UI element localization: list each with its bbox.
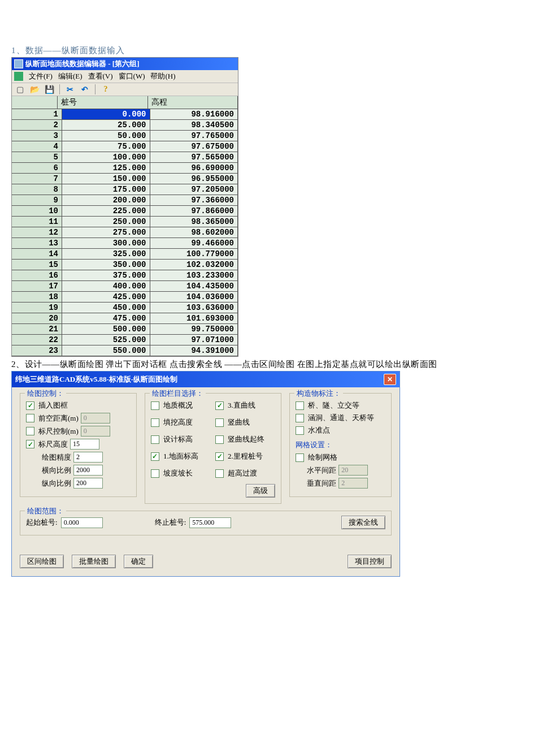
cell-elev[interactable]: 98.365000	[150, 217, 238, 227]
input-hspace[interactable]	[338, 465, 368, 476]
cb-draw-grid[interactable]	[296, 453, 304, 462]
cell-stake[interactable]: 150.000	[62, 174, 150, 184]
cell-stake[interactable]: 525.000	[62, 335, 150, 345]
project-control-button[interactable]: 项目控制	[348, 555, 392, 568]
row-number[interactable]: 13	[12, 238, 62, 248]
cb-slope[interactable]	[151, 469, 159, 478]
interval-draw-button[interactable]: 区间绘图	[20, 555, 64, 568]
row-number[interactable]: 17	[12, 281, 62, 291]
cell-elev[interactable]: 96.690000	[150, 163, 238, 173]
cb-curve3[interactable]	[215, 401, 224, 410]
cell-stake[interactable]: 50.000	[62, 131, 150, 141]
new-icon[interactable]: ▢	[14, 84, 25, 94]
cb-mile2[interactable]	[215, 452, 224, 461]
cell-elev[interactable]: 98.602000	[150, 227, 238, 237]
cb-vcurve[interactable]	[215, 418, 224, 427]
cell-stake[interactable]: 500.000	[62, 324, 150, 334]
cb-fill[interactable]	[151, 418, 159, 427]
cell-stake[interactable]: 25.000	[62, 120, 150, 130]
row-number[interactable]: 7	[12, 174, 62, 184]
cell-elev[interactable]: 103.636000	[150, 303, 238, 313]
cell-stake[interactable]: 100.000	[62, 152, 150, 162]
row-number[interactable]: 10	[12, 206, 62, 216]
cb-super[interactable]	[215, 469, 224, 478]
menu-help[interactable]: 帮助(H)	[150, 71, 175, 81]
cb-ground1[interactable]	[151, 452, 159, 461]
row-number[interactable]: 8	[12, 184, 62, 195]
cell-stake[interactable]: 300.000	[62, 238, 150, 248]
col-stake[interactable]: 桩号	[58, 96, 148, 109]
cell-elev[interactable]: 97.565000	[150, 152, 238, 162]
cell-stake[interactable]: 475.000	[62, 313, 150, 323]
cell-stake[interactable]: 0.000	[62, 109, 150, 119]
cell-stake[interactable]: 225.000	[62, 206, 150, 216]
cell-elev[interactable]: 94.391000	[150, 345, 238, 356]
cell-elev[interactable]: 99.466000	[150, 238, 238, 248]
cb-bridge[interactable]	[296, 401, 304, 410]
menu-window[interactable]: 窗口(W)	[119, 71, 145, 81]
cb-ruler-ctrl[interactable]	[26, 427, 34, 435]
row-number[interactable]: 1	[12, 109, 62, 119]
cb-vcurve-se[interactable]	[215, 435, 224, 444]
cb-design[interactable]	[151, 435, 159, 444]
cell-stake[interactable]: 350.000	[62, 260, 150, 270]
cell-stake[interactable]: 375.000	[62, 270, 150, 280]
cb-geo[interactable]	[151, 401, 159, 410]
cell-stake[interactable]: 275.000	[62, 227, 150, 237]
row-number[interactable]: 18	[12, 292, 62, 302]
input-front-space[interactable]	[81, 413, 110, 424]
close-icon[interactable]: ✕	[384, 374, 396, 385]
cell-stake[interactable]: 325.000	[62, 249, 150, 259]
cell-elev[interactable]: 103.233000	[150, 270, 238, 280]
menu-view[interactable]: 查看(V)	[88, 71, 113, 81]
search-all-button[interactable]: 搜索全线	[341, 516, 385, 529]
row-number[interactable]: 16	[12, 270, 62, 280]
input-end-stake[interactable]	[189, 517, 231, 528]
row-number[interactable]: 6	[12, 163, 62, 173]
cell-elev[interactable]: 96.955000	[150, 174, 238, 184]
input-hscale[interactable]	[73, 465, 103, 476]
col-elev[interactable]: 高程	[148, 96, 238, 109]
cb-bm[interactable]	[296, 426, 304, 435]
row-number[interactable]: 5	[12, 152, 62, 162]
input-ruler-height[interactable]	[70, 439, 99, 450]
menu-edit[interactable]: 编辑(E)	[58, 71, 83, 81]
cb-front-space[interactable]	[26, 414, 34, 422]
cell-elev[interactable]: 104.435000	[150, 281, 238, 291]
row-number[interactable]: 15	[12, 260, 62, 270]
input-vspace[interactable]	[338, 478, 368, 489]
ok-button[interactable]: 确定	[124, 555, 153, 568]
input-precision[interactable]	[73, 452, 103, 463]
cell-stake[interactable]: 400.000	[62, 281, 150, 291]
row-number[interactable]: 19	[12, 303, 62, 313]
cell-elev[interactable]: 97.866000	[150, 206, 238, 216]
cell-elev[interactable]: 101.693000	[150, 313, 238, 323]
cell-elev[interactable]: 97.366000	[150, 195, 238, 205]
row-number[interactable]: 3	[12, 131, 62, 141]
cut-icon[interactable]: ✂	[64, 84, 76, 94]
batch-draw-button[interactable]: 批量绘图	[72, 555, 116, 568]
cell-stake[interactable]: 250.000	[62, 217, 150, 227]
cell-stake[interactable]: 125.000	[62, 163, 150, 173]
input-start-stake[interactable]	[61, 517, 103, 528]
row-number[interactable]: 2	[12, 120, 62, 130]
cell-elev[interactable]: 98.340500	[150, 120, 238, 130]
row-number[interactable]: 12	[12, 227, 62, 237]
row-number[interactable]: 9	[12, 195, 62, 205]
cell-elev[interactable]: 97.765000	[150, 131, 238, 141]
row-number[interactable]: 23	[12, 345, 62, 356]
row-number[interactable]: 22	[12, 335, 62, 345]
cell-stake[interactable]: 550.000	[62, 345, 150, 356]
help-icon[interactable]: ?	[100, 84, 111, 94]
row-number[interactable]: 11	[12, 217, 62, 227]
cell-elev[interactable]: 98.916000	[150, 109, 238, 119]
open-icon[interactable]: 📂	[29, 84, 40, 94]
row-number[interactable]: 21	[12, 324, 62, 334]
cell-stake[interactable]: 200.000	[62, 195, 150, 205]
row-number[interactable]: 20	[12, 313, 62, 323]
cell-stake[interactable]: 425.000	[62, 292, 150, 302]
cell-elev[interactable]: 102.032000	[150, 260, 238, 270]
cell-elev[interactable]: 104.036000	[150, 292, 238, 302]
cell-elev[interactable]: 99.750000	[150, 324, 238, 334]
cb-insert-frame[interactable]	[26, 401, 34, 410]
